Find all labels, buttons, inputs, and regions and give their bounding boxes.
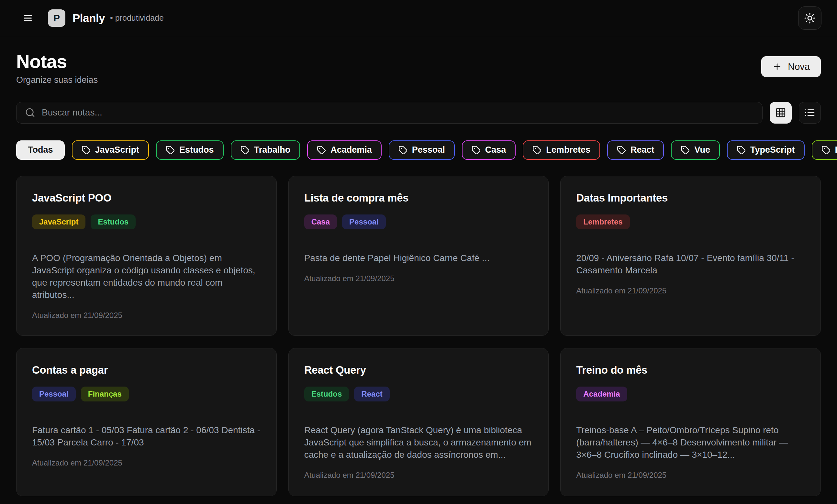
new-note-button-label: Nova (788, 61, 810, 72)
note-tags: PessoalFinanças (32, 386, 129, 401)
filter-label: Todas (28, 145, 53, 155)
filter-label: Academia (331, 145, 372, 155)
note-excerpt: 20/09 - Aniversário Rafa 10/07 - Evento … (576, 252, 805, 276)
search-icon (25, 107, 35, 118)
menu-icon (23, 13, 33, 23)
filter-trabalho[interactable]: Trabalho (231, 140, 300, 160)
tag-icon (532, 146, 541, 155)
note-tag-estudos: Estudos (304, 386, 349, 401)
filter-label: Finanças (835, 145, 837, 155)
app-logo: P (48, 10, 65, 27)
tag-icon (317, 146, 326, 155)
filter-label: Pessoal (412, 145, 445, 155)
tag-icon (617, 146, 626, 155)
note-updated: Atualizado em 21/09/2025 (304, 471, 394, 480)
note-updated: Atualizado em 21/09/2025 (576, 286, 666, 295)
note-title: Lista de compra mês (304, 192, 409, 204)
tag-icon (82, 146, 91, 155)
page-title: Notas (16, 51, 98, 72)
filter-financas[interactable]: Finanças (812, 140, 837, 160)
tag-icon (398, 146, 408, 155)
filter-todas[interactable]: Todas (16, 140, 65, 160)
note-tags: EstudosReact (304, 386, 390, 401)
note-excerpt: Treinos-base A – Peito/Ombro/Tríceps Sup… (576, 424, 805, 461)
main-content: Notas Organize suas ideias Nova TodasJav… (0, 36, 837, 496)
grid-icon (775, 107, 786, 118)
tag-icon (471, 146, 481, 155)
note-card-datas-importantes[interactable]: Datas ImportantesLembretes20/09 - Aniver… (560, 176, 821, 336)
filter-label: TypeScript (750, 145, 795, 155)
tag-icon (737, 146, 746, 155)
filter-pessoal[interactable]: Pessoal (389, 140, 455, 160)
note-title: JavaScript POO (32, 192, 111, 204)
note-tag-javascript: JavaScript (32, 215, 86, 229)
app-tagline: • produtividade (110, 13, 164, 23)
note-updated: Atualizado em 21/09/2025 (32, 458, 122, 467)
note-card-react-query[interactable]: React QueryEstudosReactReact Query (agor… (288, 348, 549, 496)
filter-label: Lembretes (546, 145, 590, 155)
note-tags: Academia (576, 386, 627, 401)
note-tag-react: React (354, 386, 389, 401)
plus-icon (772, 62, 782, 72)
note-title: Contas a pagar (32, 364, 108, 376)
note-excerpt: Fatura cartão 1 - 05/03 Fatura cartão 2 … (32, 424, 261, 449)
filter-bar: TodasJavaScriptEstudosTrabalhoAcademiaPe… (16, 140, 821, 160)
filter-casa[interactable]: Casa (462, 140, 516, 160)
tag-icon (166, 146, 175, 155)
note-card-treino-do-mes[interactable]: Treino do mêsAcademiaTreinos-base A – Pe… (560, 348, 821, 496)
note-updated: Atualizado em 21/09/2025 (304, 274, 394, 283)
note-tag-financas: Finanças (81, 386, 129, 401)
grid-view-button[interactable] (770, 102, 792, 124)
note-tag-pessoal: Pessoal (342, 215, 386, 229)
filter-label: Casa (485, 145, 506, 155)
filter-label: Estudos (179, 145, 214, 155)
title-row: Notas Organize suas ideias Nova (16, 51, 821, 85)
note-tags: JavaScriptEstudos (32, 215, 136, 229)
note-tag-lembretes: Lembretes (576, 215, 629, 229)
note-excerpt: Pasta de dente Papel Higiênico Carne Caf… (304, 252, 490, 264)
note-card-lista-de-compra-mes[interactable]: Lista de compra mêsCasaPessoalPasta de d… (288, 176, 549, 336)
note-card-contas-a-pagar[interactable]: Contas a pagarPessoalFinançasFatura cart… (16, 348, 277, 496)
notes-grid: JavaScript POOJavaScriptEstudosA POO (Pr… (16, 176, 821, 496)
app-logo-letter: P (53, 13, 60, 24)
list-view-button[interactable] (799, 102, 821, 124)
new-note-button[interactable]: Nova (761, 56, 821, 77)
theme-toggle-button[interactable] (798, 6, 821, 30)
menu-button[interactable] (21, 11, 35, 25)
filter-label: Vue (694, 145, 710, 155)
search-input[interactable] (42, 107, 754, 118)
filter-lembretes[interactable]: Lembretes (523, 140, 600, 160)
filter-react[interactable]: React (607, 140, 664, 160)
filter-label: JavaScript (95, 145, 140, 155)
filter-label: React (630, 145, 655, 155)
app-name: Planly (72, 12, 105, 24)
note-title: React Query (304, 364, 366, 376)
filter-academia[interactable]: Academia (307, 140, 381, 160)
note-excerpt: React Query (agora TanStack Query) é uma… (304, 424, 533, 461)
note-updated: Atualizado em 21/09/2025 (32, 311, 122, 320)
filter-label: Trabalho (254, 145, 291, 155)
search-row (16, 102, 821, 124)
note-tag-academia: Academia (576, 386, 627, 401)
filter-javascript[interactable]: JavaScript (72, 140, 149, 160)
note-tag-estudos: Estudos (91, 215, 136, 229)
sun-icon (804, 12, 816, 24)
tag-icon (241, 146, 250, 155)
note-tags: Lembretes (576, 215, 629, 229)
note-tag-pessoal: Pessoal (32, 386, 76, 401)
list-icon (804, 107, 815, 118)
page-subtitle: Organize suas ideias (16, 75, 98, 85)
note-card-javascript-poo[interactable]: JavaScript POOJavaScriptEstudosA POO (Pr… (16, 176, 277, 336)
note-title: Datas Importantes (576, 192, 668, 204)
filter-estudos[interactable]: Estudos (156, 140, 224, 160)
tag-icon (821, 146, 831, 155)
note-tag-casa: Casa (304, 215, 337, 229)
note-updated: Atualizado em 21/09/2025 (576, 471, 666, 480)
note-tags: CasaPessoal (304, 215, 386, 229)
filter-typescript[interactable]: TypeScript (727, 140, 805, 160)
filter-vue[interactable]: Vue (671, 140, 720, 160)
search-box[interactable] (16, 102, 763, 124)
note-excerpt: A POO (Programação Orientada a Objetos) … (32, 252, 261, 301)
header: P Planly • produtividade (0, 0, 837, 36)
note-title: Treino do mês (576, 364, 647, 376)
